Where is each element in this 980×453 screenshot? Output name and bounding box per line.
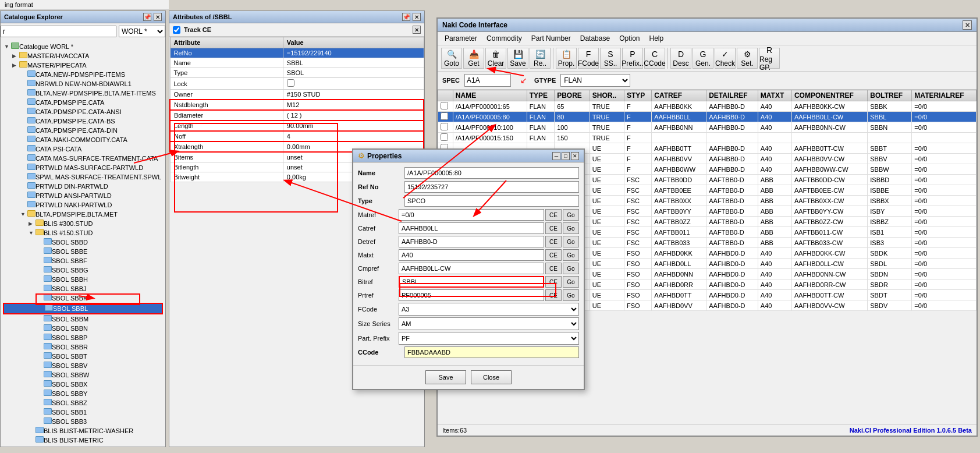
dialog-bitref-ce-btn[interactable]: CE xyxy=(545,276,562,288)
toolbar-btn-check[interactable]: ✓Check xyxy=(715,48,736,69)
dialog-close-btn[interactable]: ✕ xyxy=(571,152,579,160)
search-dropdown[interactable]: WORL * xyxy=(119,26,165,37)
attr-row[interactable]: Bdiameter( 12 ) xyxy=(170,110,424,121)
tree-item[interactable]: SBOL SBBL xyxy=(3,303,163,314)
dialog-size-series-select[interactable]: AMBMCM xyxy=(399,317,579,330)
tree-item[interactable]: SBOL SBB1 xyxy=(3,408,163,417)
dialog-cmpref-ce-btn[interactable]: CE xyxy=(545,263,562,274)
tree-item[interactable]: SBOL SBBW xyxy=(3,370,163,380)
dialog-prtref-input[interactable] xyxy=(399,289,544,301)
attr-row[interactable]: Lock xyxy=(170,78,424,90)
attr-row[interactable]: Length90.00mm xyxy=(170,121,424,131)
dialog-minimize-btn[interactable]: ─ xyxy=(552,152,560,160)
dialog-matref-input[interactable] xyxy=(399,209,544,221)
tree-item[interactable]: BLTA.NEW-PDMSPIPE.BLTA.MET-ITEMS xyxy=(3,89,163,98)
toolbar-btn-ss--[interactable]: SSS.. xyxy=(600,48,621,69)
toolbar-btn-desc[interactable]: DDesc xyxy=(670,48,691,69)
dialog-maximize-btn[interactable]: □ xyxy=(562,152,570,160)
naki-row-checkbox[interactable] xyxy=(441,102,448,109)
tree-item[interactable]: SBOL SBBN xyxy=(3,324,163,333)
toolbar-btn-save[interactable]: 💾Save xyxy=(507,48,528,69)
dialog-ccode-input[interactable] xyxy=(404,346,579,358)
tree-item[interactable]: CATA.NEW-PDMSPIPE-ITEMS xyxy=(3,70,163,79)
dialog-catref-input[interactable] xyxy=(399,222,544,234)
dialog-name-input[interactable] xyxy=(404,167,579,179)
tree-item[interactable]: SBOL SBBF xyxy=(3,256,163,266)
naki-close-btn[interactable]: ✕ xyxy=(963,20,972,30)
tree-item[interactable]: CATA MAS-SURFACE-TREATMENT-CATA xyxy=(3,154,163,163)
naki-row-checkbox[interactable] xyxy=(441,112,448,120)
tree-item[interactable]: SBOL SBBY xyxy=(3,389,163,398)
spec-input[interactable] xyxy=(464,74,511,87)
attr-row[interactable]: NameSBBL xyxy=(170,58,424,68)
tree-item[interactable]: CATA.NAKI-COMMODITY.CATA xyxy=(3,135,163,144)
tree-item[interactable]: SBOL SBBR xyxy=(3,342,163,352)
naki-table-row[interactable]: /A1A/PF000005:80FLAN80TRUEFAAFHBB0LLAAFH… xyxy=(438,112,977,122)
attr-row[interactable]: TypeSBOL xyxy=(170,68,424,78)
dialog-save-button[interactable]: Save xyxy=(425,370,466,384)
tree-item[interactable]: SBOL SBBZ xyxy=(3,398,163,408)
naki-row-checkbox[interactable] xyxy=(441,133,448,141)
toolbar-btn-gen-[interactable]: GGen. xyxy=(693,48,713,69)
naki-menu-item[interactable]: Parameter xyxy=(440,33,482,44)
dialog-cmpref-go-btn[interactable]: Go xyxy=(563,263,579,274)
tree-item[interactable]: NBRWLD NEW-NOM-BDIAWRL1 xyxy=(3,79,163,89)
attributes-pin-btn[interactable]: 📌 xyxy=(402,13,410,21)
attr-row[interactable]: Owner#150 STUD xyxy=(170,90,424,100)
dialog-matref-go-btn[interactable]: Go xyxy=(563,209,579,221)
tree-item[interactable]: ▼BLTA.PDMSPIPE.BLTA.MET xyxy=(3,210,163,219)
tree-item[interactable]: CATA PSI-CATA xyxy=(3,144,163,154)
tree-item[interactable]: SBOL SBBJ xyxy=(3,284,163,293)
dialog-matref-ce-btn[interactable]: CE xyxy=(545,209,562,221)
tree-item[interactable]: CATA.PDMSPIPE.CATA xyxy=(3,98,163,107)
toolbar-btn-re--[interactable]: 🔄Re.. xyxy=(530,48,551,69)
tree-item[interactable]: SBOL SBBV xyxy=(3,361,163,370)
dialog-cmpref-input[interactable] xyxy=(399,263,544,274)
tree-item[interactable]: PRTWLD DIN-PARTWLD xyxy=(3,182,163,191)
toolbar-btn-ccode[interactable]: CCCode xyxy=(644,48,665,69)
dialog-bitref-input[interactable] xyxy=(399,276,544,288)
toolbar-btn-set-[interactable]: ⚙Set. xyxy=(737,48,758,69)
tree-item[interactable]: PRTWLD NAKI-PARTWLD xyxy=(3,200,163,210)
dialog-detref-go-btn[interactable]: Go xyxy=(563,236,579,247)
tree-item[interactable]: SPWL MAS-SURFACE-TREATMENT.SPWL xyxy=(3,172,163,182)
tree-item[interactable]: ▶MASTER/PIPECATA xyxy=(3,61,163,70)
gtype-select[interactable]: FLAN VALV PIPE xyxy=(560,74,630,87)
tree-item[interactable]: PRTWLD ANSI-PARTWLD xyxy=(3,191,163,200)
attr-lock-checkbox[interactable] xyxy=(287,79,294,87)
dialog-matxt-input[interactable] xyxy=(399,249,544,261)
dialog-bitref-go-btn[interactable]: Go xyxy=(563,276,579,288)
naki-menu-item[interactable]: Help xyxy=(644,33,668,44)
dialog-matxt-go-btn[interactable]: Go xyxy=(563,249,579,261)
naki-table-row[interactable]: /A1A/PF000001:65FLAN65TRUEFAAFHBB0KKAAFH… xyxy=(438,101,977,112)
catalogue-pin-btn[interactable]: 📌 xyxy=(143,13,151,21)
naki-menu-item[interactable]: Commodity xyxy=(482,33,527,44)
toolbar-btn-prop-[interactable]: 📋Prop. xyxy=(556,48,577,69)
dialog-close-button[interactable]: Close xyxy=(471,370,512,384)
tree-item[interactable]: PRTWLD MAS-SURFACE-PARTWLD xyxy=(3,163,163,172)
tree-item[interactable]: SBOL SBBG xyxy=(3,266,163,275)
tree-item[interactable]: SBOL SBBT xyxy=(3,352,163,361)
tree-item[interactable]: BLIS BLIST-METRIC xyxy=(3,436,163,445)
naki-table-row[interactable]: /A1A/PF000015:150FLAN150TRUEF xyxy=(438,133,977,143)
attr-row[interactable]: Noff4 xyxy=(170,131,424,141)
naki-menu-item[interactable]: Option xyxy=(615,33,644,44)
toolbar-btn-prefix--[interactable]: PPrefix.. xyxy=(622,48,643,69)
tree-item[interactable]: SBOL SBBE xyxy=(3,247,163,256)
tree-item[interactable]: SBOL SBBD xyxy=(3,238,163,247)
dialog-type-input[interactable] xyxy=(404,195,579,207)
tree-item[interactable]: SBOL SBB3 xyxy=(3,417,163,426)
dialog-catref-go-btn[interactable]: Go xyxy=(563,222,579,234)
tree-item[interactable]: CATA.PDMSPIPE.CATA-ANSI xyxy=(3,107,163,116)
toolbar-btn-get[interactable]: 📥Get xyxy=(463,48,484,69)
naki-row-checkbox[interactable] xyxy=(441,123,448,130)
tree-item[interactable]: ▼Catalogue WORL * xyxy=(3,42,163,51)
tree-item[interactable]: SBOL SBBX xyxy=(3,380,163,389)
track-ce-close-btn[interactable]: ✕ xyxy=(413,26,421,34)
toolbar-btn-fcode[interactable]: FFCode xyxy=(578,48,599,69)
toolbar-btn-reg-gp-[interactable]: RReg GP. xyxy=(759,48,780,69)
tree-item[interactable]: SBOL SBBM xyxy=(3,314,163,324)
attributes-close-btn[interactable]: ✕ xyxy=(413,13,421,21)
naki-menu-item[interactable]: Part Number xyxy=(527,33,576,44)
tree-item[interactable]: ▶BLIS #300.STUD xyxy=(3,219,163,228)
